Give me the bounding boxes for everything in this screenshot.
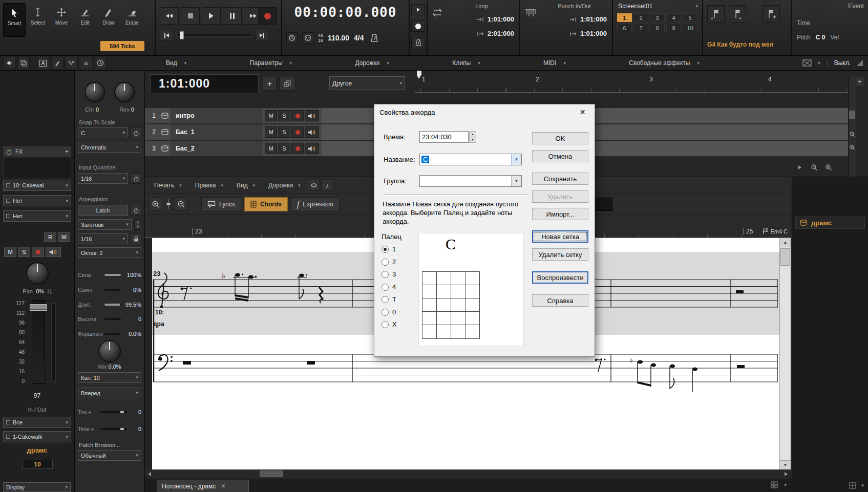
zoom-slider[interactable]	[165, 198, 172, 211]
audio-engine-button[interactable]	[286, 32, 298, 44]
staff-menu-print[interactable]: Печать▾	[148, 179, 188, 192]
metronome-settings-button[interactable]	[411, 37, 425, 48]
staff-menu-edit[interactable]: Правка▾	[189, 179, 229, 192]
close-icon[interactable]: ✕	[221, 483, 225, 489]
scrollbar-thumb[interactable]	[260, 470, 283, 477]
reverb-value[interactable]: 0	[131, 106, 134, 113]
expression-button[interactable]: f Expression	[291, 197, 340, 211]
solo-button[interactable]: S	[18, 247, 30, 257]
marker-insert-button[interactable]	[763, 5, 780, 23]
dialog-titlebar[interactable]: Свойства аккорда	[374, 104, 595, 120]
screenset-8[interactable]: 8	[650, 24, 665, 32]
tool-draw[interactable]: Draw	[97, 3, 120, 37]
window-layout-icon[interactable]	[771, 481, 778, 488]
zoom-out-button[interactable]	[810, 163, 819, 172]
inspector-track-name[interactable]: драмс	[0, 446, 74, 454]
arp-preset-dropdown[interactable]: Заготовк▾	[78, 219, 132, 230]
scroll-right-button[interactable]	[781, 469, 791, 479]
time-offset-slider[interactable]: Time +0	[78, 424, 141, 434]
meter-readout[interactable]: 4/4	[354, 34, 364, 42]
write-automation-button[interactable]: W	[58, 232, 70, 242]
output-port-dropdown[interactable]: 1-Cakewalk▾	[3, 431, 71, 442]
snap-power-button[interactable]	[131, 127, 141, 138]
staff-menu-view[interactable]: Вид▾	[230, 179, 261, 192]
finger-radio-t[interactable]: T	[382, 295, 396, 304]
zoom-out-button[interactable]	[175, 198, 188, 211]
trim-meter[interactable]	[51, 303, 56, 382]
add-button[interactable]: +	[263, 77, 277, 91]
arp-preset-stepper[interactable]: ▴▾	[134, 219, 141, 230]
chevron-down-icon[interactable]: ▾	[784, 483, 787, 487]
direction-dropdown[interactable]: Вперед▾	[78, 388, 141, 398]
chevron-down-icon[interactable]: ▾	[818, 61, 820, 66]
screenset-2[interactable]: 2	[633, 13, 648, 22]
time-input[interactable]	[419, 131, 469, 143]
waveform-button[interactable]	[66, 57, 78, 69]
scrollbar-thumb[interactable]	[849, 111, 855, 119]
solo-button[interactable]: S	[278, 110, 290, 121]
staff-horizontal-scrollbar[interactable]	[145, 469, 791, 479]
staff-menu-tracks[interactable]: Дорожки▾	[262, 179, 307, 192]
scroll-left-button[interactable]	[145, 469, 154, 479]
pressed-toggle-button[interactable]	[594, 198, 612, 211]
menu-tracks[interactable]: Дорожки▾	[355, 59, 389, 67]
chorus-value[interactable]: 0	[96, 106, 99, 113]
zoom-in-button[interactable]	[824, 163, 833, 172]
fx-bypass-toggle[interactable]: Выкл.	[834, 59, 851, 67]
read-automation-button[interactable]: R	[44, 232, 56, 242]
save-button[interactable]: Сохранить	[532, 173, 588, 185]
chorus-knob[interactable]	[84, 82, 105, 102]
track-name[interactable]: Бас_1	[172, 124, 262, 140]
stop-button[interactable]	[181, 7, 200, 25]
loop-icon[interactable]	[431, 6, 445, 21]
finger-radio-x[interactable]: X	[382, 320, 397, 329]
now-time-display[interactable]: 00:00:00.000	[282, 0, 409, 20]
tool-select[interactable]: Select	[27, 3, 49, 37]
input-echo-button[interactable]	[305, 143, 319, 154]
finger-radio-1[interactable]: 1	[382, 245, 396, 253]
delete-button[interactable]: Удалить	[532, 190, 588, 203]
cancel-button[interactable]: Отмена	[532, 150, 588, 162]
fx-matrix-icon[interactable]	[802, 59, 812, 67]
fx-bin-list[interactable]	[3, 158, 71, 178]
zoom-out-button[interactable]	[849, 130, 856, 138]
menu-clips[interactable]: Клипы▾	[452, 59, 480, 67]
scroll-up-button[interactable]: ▲	[780, 238, 791, 247]
auto-scroll-button[interactable]	[795, 163, 805, 172]
text-tool-button[interactable]: A	[37, 57, 49, 69]
loop-end-row[interactable]: 2:01:000	[448, 30, 514, 37]
output-device-dropdown[interactable]: 10: Cakewal▾	[3, 180, 71, 191]
snap-resolution-badge[interactable]: 594 Ticks	[100, 41, 144, 51]
volume-fader-thumb[interactable]	[30, 304, 47, 311]
fit-project-button[interactable]: +	[855, 77, 865, 87]
chord-grid-panel[interactable]: C	[418, 233, 524, 346]
display-dropdown[interactable]: Display▾	[3, 482, 71, 492]
finger-radio-3[interactable]: 3	[382, 270, 396, 279]
input-port-dropdown[interactable]: Все▾	[3, 417, 71, 428]
chord-marker-label[interactable]: Em4 С	[770, 228, 788, 234]
marker-next-button[interactable]	[729, 5, 746, 23]
screenset-6[interactable]: 6	[617, 24, 632, 32]
arm-record-button[interactable]	[291, 110, 304, 121]
mix-value[interactable]: 0.0%	[109, 363, 121, 370]
solo-button[interactable]: S	[278, 143, 290, 154]
group-combobox[interactable]: ▼	[419, 175, 522, 187]
volume-fader-track[interactable]	[32, 300, 45, 384]
play-chord-button[interactable]: Воспроизвести	[532, 271, 588, 284]
punch-icon[interactable]	[523, 6, 538, 21]
transport-position-slider[interactable]	[176, 31, 252, 40]
record-options-button[interactable]	[411, 20, 425, 32]
screenset-4[interactable]: 4	[666, 13, 681, 22]
snap-mode-dropdown[interactable]: Другое▾	[329, 76, 405, 90]
chevron-down-icon[interactable]: ▼	[511, 154, 521, 165]
ok-button[interactable]: OK	[532, 132, 588, 144]
fx-add-icon[interactable]: +	[65, 148, 69, 155]
fretboard-grid[interactable]	[422, 271, 481, 339]
channel-dropdown[interactable]: Кан: 10▾	[78, 372, 141, 383]
finger-radio-0[interactable]: 0	[382, 308, 396, 316]
name-combobox[interactable]: C ▼	[419, 154, 522, 165]
mute-button[interactable]: M	[265, 143, 277, 154]
rewind-button[interactable]	[160, 7, 179, 25]
resize-grip-icon[interactable]	[857, 60, 863, 66]
time-display-button[interactable]	[94, 57, 107, 69]
